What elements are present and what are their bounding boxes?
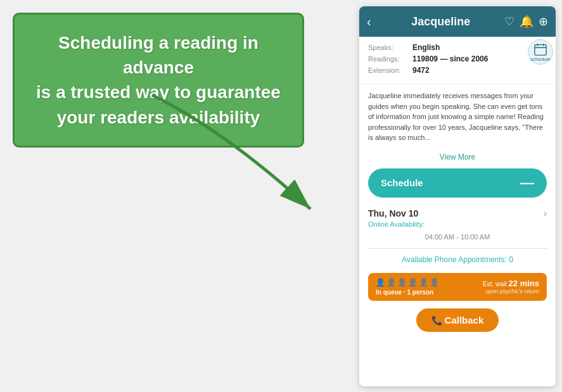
- svg-rect-1: [535, 44, 546, 55]
- promo-box: Scheduling a reading in advance is a tru…: [13, 13, 304, 148]
- speaks-row: Speaks: English: [368, 43, 547, 52]
- est-wait-text: Est. wait 22 mins: [483, 279, 539, 288]
- person-icon-3: 👤: [397, 278, 407, 287]
- schedule-icon[interactable]: schedule: [528, 39, 553, 65]
- schedule-minus-icon: —: [520, 175, 534, 191]
- callback-label: Callback: [445, 315, 484, 326]
- schedule-icon-container: schedule: [528, 39, 553, 65]
- time-slot: 04:00 AM - 10:00 AM: [359, 231, 556, 247]
- promo-text: Scheduling a reading in advance is a tru…: [34, 30, 283, 130]
- promo-section: Scheduling a reading in advance is a tru…: [13, 13, 342, 380]
- person-icon-1: 👤: [376, 278, 385, 287]
- readings-row: Readings: 119809 — since 2006: [368, 54, 547, 63]
- extension-value: 9472: [412, 66, 430, 75]
- queue-left: 👤 👤 👤 👤 👤 👤 In queue · 1 person: [376, 278, 439, 296]
- readings-label: Readings:: [368, 55, 412, 63]
- person-icon-4: 👤: [408, 278, 418, 287]
- panel-header: ‹ Jacqueline ♡ 🔔 ⊕: [359, 6, 556, 37]
- schedule-icon-label: schedule: [530, 56, 551, 62]
- readings-value: 119809 — since 2006: [412, 54, 488, 63]
- speaks-label: Speaks:: [368, 44, 412, 51]
- bio-section: Jacqueline immediately receives messages…: [359, 84, 556, 149]
- available-appointments: Available Phone Appointments: 0: [359, 250, 556, 269]
- panel-title: Jacqueline: [378, 15, 504, 28]
- callback-button[interactable]: Callback: [416, 308, 499, 332]
- profile-panel: ‹ Jacqueline ♡ 🔔 ⊕ Speaks: English Readi…: [359, 6, 556, 386]
- view-more-link[interactable]: View More: [359, 149, 556, 165]
- queue-label: In queue · 1 person: [376, 289, 433, 296]
- wait-sub-text: upon psychic's return: [483, 288, 539, 294]
- plus-icon[interactable]: ⊕: [539, 15, 548, 28]
- schedule-button[interactable]: Schedule —: [368, 168, 547, 198]
- bell-icon[interactable]: 🔔: [520, 15, 533, 28]
- date-row[interactable]: Thu, Nov 10 ›: [359, 201, 556, 220]
- chevron-right-icon: ›: [544, 208, 547, 219]
- extension-label: Extension:: [368, 66, 412, 74]
- person-icon-5: 👤: [419, 278, 428, 287]
- bio-text: Jacqueline immediately receives messages…: [368, 91, 547, 143]
- heart-icon[interactable]: ♡: [504, 15, 514, 28]
- speaks-value: English: [412, 43, 440, 52]
- queue-icons: 👤 👤 👤 👤 👤 👤: [376, 278, 439, 287]
- divider: [368, 248, 547, 249]
- extension-row: Extension: 9472: [368, 66, 547, 75]
- back-button[interactable]: ‹: [367, 15, 371, 29]
- date-text: Thu, Nov 10: [368, 208, 418, 218]
- queue-bar: 👤 👤 👤 👤 👤 👤 In queue · 1 person Est. wai…: [368, 273, 547, 301]
- availability-label: Online Availability:: [359, 220, 556, 231]
- header-icons: ♡ 🔔 ⊕: [504, 15, 548, 28]
- person-icon-2: 👤: [386, 278, 396, 287]
- person-icon-6: 👤: [430, 278, 439, 287]
- schedule-button-label: Schedule: [381, 177, 423, 188]
- profile-info: Speaks: English Readings: 119809 — since…: [359, 37, 556, 84]
- queue-right: Est. wait 22 mins upon psychic's return: [483, 279, 539, 294]
